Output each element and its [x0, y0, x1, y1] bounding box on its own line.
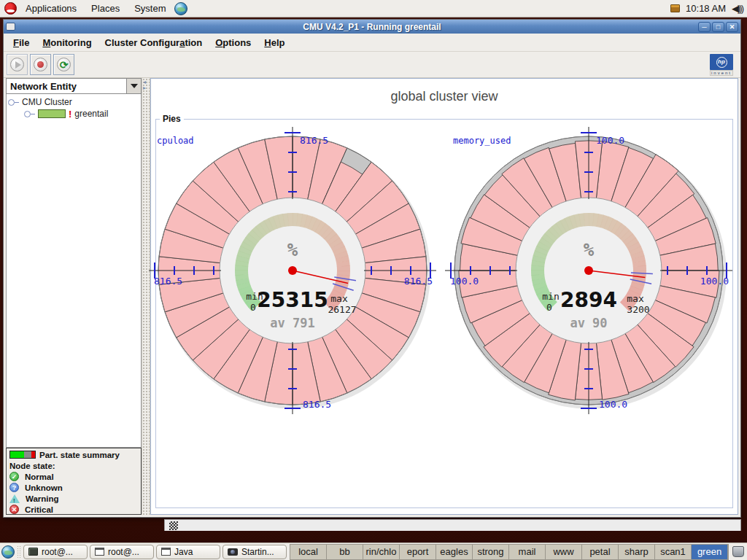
svg-text:0: 0	[546, 302, 552, 313]
play-button[interactable]	[7, 54, 28, 75]
task-root-terminal-1[interactable]: root@...	[23, 545, 88, 559]
volume-icon[interactable]: ◀)))	[732, 3, 743, 14]
legend-item-critical: ✕ Critical	[9, 504, 138, 515]
close-button[interactable]: ✕	[726, 22, 738, 32]
camera-icon	[228, 548, 238, 556]
svg-text:100.0: 100.0	[596, 135, 624, 146]
error-circle-icon: ✕	[9, 505, 19, 514]
package-updater-icon[interactable]	[670, 4, 680, 12]
play-icon	[10, 58, 24, 71]
workspace-sharp[interactable]: sharp	[619, 545, 655, 559]
svg-text:816.5: 816.5	[300, 135, 328, 146]
hp-logo: hp invent	[710, 54, 733, 76]
svg-text:min: min	[246, 291, 263, 302]
svg-text:816.5: 816.5	[404, 276, 433, 287]
combo-dropdown-button[interactable]	[126, 79, 141, 93]
tree-expand-icon[interactable]	[24, 111, 31, 117]
workspace-eport[interactable]: eport	[400, 545, 436, 559]
titlebar[interactable]: CMU V4.2_P1 - Running greentail ─ □ ✕	[4, 20, 740, 34]
resize-grip-icon[interactable]	[169, 521, 178, 530]
menu-monitoring[interactable]: Monitoring	[36, 35, 98, 50]
question-circle-icon: ?	[9, 483, 19, 492]
background-window-strip	[164, 519, 741, 531]
task-java[interactable]: Java	[156, 545, 220, 559]
legend-item-normal: ✓ Normal	[9, 471, 138, 482]
legend-item-unknown: ? Unknown	[9, 482, 138, 493]
sidebar: Network Entity CMU Cluster ! greentail	[6, 78, 142, 515]
cluster-tree: CMU Cluster ! greentail	[6, 94, 142, 448]
global-cluster-view-panel: global cluster view Pies cpuload memory_…	[150, 78, 738, 515]
menu-file[interactable]: File	[7, 35, 36, 50]
svg-text:max: max	[627, 293, 644, 304]
svg-text:100.0: 100.0	[450, 276, 479, 287]
trash-icon[interactable]	[732, 546, 744, 557]
menu-help[interactable]: Help	[258, 35, 291, 50]
redhat-menu-icon[interactable]	[4, 2, 17, 15]
svg-text:%: %	[584, 240, 595, 260]
cmu-application-window: CMU V4.2_P1 - Running greentail ─ □ ✕ Fi…	[3, 19, 741, 518]
splitpane-arrows-icon[interactable]: ◂▸	[143, 79, 146, 91]
refresh-icon: ⟳	[57, 58, 71, 71]
svg-text:100.0: 100.0	[599, 399, 627, 410]
desktop-wallpaper	[0, 531, 747, 542]
terminal-icon	[28, 548, 38, 556]
record-icon	[34, 58, 47, 71]
clock[interactable]: 10:18 AM	[686, 3, 726, 14]
task-starting[interactable]: Startin...	[222, 545, 287, 559]
legend-item-warning: ! Warning	[9, 493, 138, 504]
tree-expand-icon[interactable]	[8, 99, 15, 106]
workspace-eagles[interactable]: eagles	[436, 545, 473, 559]
legend-title: Part. state summary	[39, 451, 120, 459]
refresh-button[interactable]: ⟳	[53, 54, 74, 75]
taskbar-separator	[17, 545, 21, 559]
workspace-www[interactable]: www	[546, 545, 582, 559]
svg-text:26127: 26127	[328, 304, 356, 315]
workspace-local[interactable]: local	[290, 545, 327, 559]
window-title: CMU V4.2_P1 - Running greentail	[4, 22, 740, 32]
workspace-rinchlo[interactable]: rin/chlo	[363, 545, 400, 559]
web-browser-launcher-icon[interactable]	[174, 2, 187, 15]
svg-text:av 791: av 791	[270, 316, 314, 330]
memory-used-gauge[interactable]: 100.0100.0100.0100.0%2894min0max3200av 9…	[443, 126, 735, 418]
menu-options[interactable]: Options	[209, 35, 258, 50]
cpuload-gauge[interactable]: 816.5816.5816.5816.5%25315min0max26127av…	[147, 126, 438, 418]
workspace-mail[interactable]: mail	[509, 545, 546, 559]
svg-text:min: min	[542, 291, 559, 302]
bottom-taskbar: root@... root@... Java Startin... local …	[0, 542, 747, 560]
network-entity-label: Network Entity	[7, 81, 126, 92]
menu-applications[interactable]: Applications	[20, 1, 82, 15]
tree-item-greentail[interactable]: ! greentail	[8, 108, 139, 120]
page-title: global cluster view	[151, 89, 738, 104]
svg-text:%: %	[287, 240, 298, 260]
workspace-bb[interactable]: bb	[327, 545, 363, 559]
svg-text:3200: 3200	[627, 304, 649, 315]
toolbar: ⟳ hp invent	[4, 52, 740, 78]
task-root-terminal-2[interactable]: root@...	[90, 545, 154, 559]
record-button[interactable]	[30, 54, 51, 75]
tree-item-cmu-cluster[interactable]: CMU Cluster	[8, 96, 139, 108]
menu-places[interactable]: Places	[85, 1, 125, 15]
workspace-petal[interactable]: petal	[582, 545, 619, 559]
svg-text:816.5: 816.5	[154, 276, 182, 287]
network-entity-selector[interactable]: Network Entity	[6, 78, 142, 94]
node-state-legend: Part. state summary Node state: ✓ Normal…	[6, 448, 142, 515]
menu-system[interactable]: System	[128, 1, 171, 15]
workspace-green[interactable]: green	[692, 545, 728, 559]
menu-cluster-configuration[interactable]: Cluster Configuration	[98, 35, 209, 50]
pies-groupbox-label: Pies	[160, 114, 184, 124]
svg-text:2894: 2894	[560, 288, 617, 312]
svg-text:25315: 25315	[257, 288, 328, 312]
svg-text:max: max	[330, 293, 348, 304]
workspace-pager: local bb rin/chlo eport eagles strong ma…	[290, 544, 729, 560]
workspace-strong[interactable]: strong	[473, 545, 509, 559]
alert-icon: !	[69, 109, 71, 120]
menu-bar: File Monitoring Cluster Configuration Op…	[4, 34, 740, 52]
chevron-down-icon	[131, 84, 138, 88]
svg-text:816.5: 816.5	[303, 399, 331, 410]
launcher-globe-icon[interactable]	[1, 545, 15, 559]
svg-text:0: 0	[250, 302, 256, 313]
maximize-button[interactable]: □	[712, 22, 724, 32]
minimize-button[interactable]: ─	[698, 22, 711, 32]
warning-triangle-icon: !	[9, 494, 20, 503]
workspace-scan1[interactable]: scan1	[655, 545, 692, 559]
